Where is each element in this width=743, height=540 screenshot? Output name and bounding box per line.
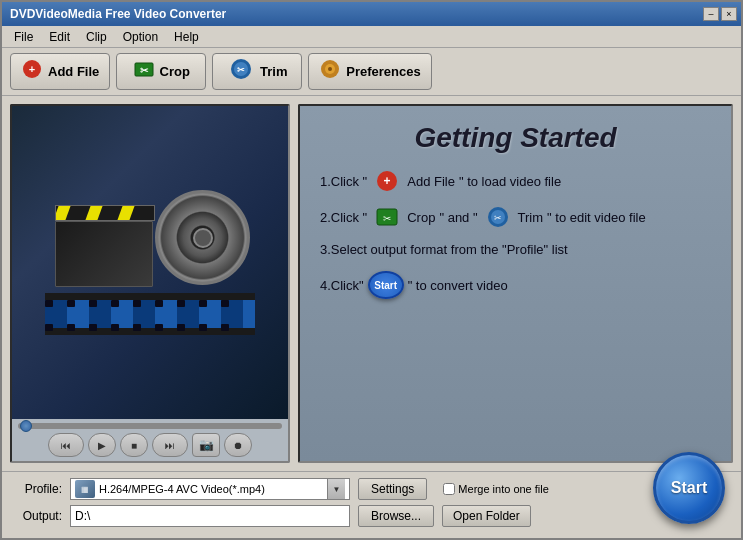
profile-icon: ▦ [75,480,95,498]
menu-help[interactable]: Help [166,28,207,46]
browse-button[interactable]: Browse... [358,505,434,527]
crop-button[interactable]: ✂ Crop [116,53,206,90]
video-panel: ⏮ ▶ ■ ⏭ 📷 ⏺ [10,104,290,463]
control-buttons: ⏮ ▶ ■ ⏭ 📷 ⏺ [18,433,282,457]
step2a-text: 2.Click " [320,210,367,225]
main-area: ⏮ ▶ ■ ⏭ 📷 ⏺ Getting Started 1.Click " + [2,96,741,471]
profile-select-text: H.264/MPEG-4 AVC Video(*.mp4) [99,483,327,495]
svg-text:✂: ✂ [383,213,391,224]
svg-text:+: + [384,174,391,188]
video-preview [12,106,288,419]
trim-label: Trim [260,64,287,79]
svg-text:✂: ✂ [140,65,149,76]
add-file-label: Add File [48,64,99,79]
step1-label: Add File [407,174,455,189]
output-label: Output: [14,509,62,523]
preferences-button[interactable]: Preferences [308,53,431,90]
settings-button[interactable]: Settings [358,478,427,500]
main-window: DVDVideoMedia Free Video Converter – × F… [0,0,743,540]
getting-started-panel: Getting Started 1.Click " + Add File " t… [298,104,733,463]
rewind-button[interactable]: ⏮ [48,433,84,457]
stop-button[interactable]: ■ [120,433,148,457]
playback-controls: ⏮ ▶ ■ ⏭ 📷 ⏺ [12,419,288,461]
record-button[interactable]: ⏺ [224,433,252,457]
progress-thumb[interactable] [20,420,32,432]
preferences-label: Preferences [346,64,420,79]
start-button-text: Start [671,479,707,497]
profile-dropdown-arrow[interactable]: ▼ [327,479,345,499]
step2-trim-icon: ✂ [484,206,512,228]
step4-suffix: " to convert video [408,278,508,293]
window-title: DVDVideoMedia Free Video Converter [10,7,226,21]
crop-icon: ✂ [133,59,155,84]
menubar: File Edit Clip Option Help [2,26,741,48]
getting-started-title: Getting Started [320,122,711,154]
step-3: 3.Select output format from the "Profile… [320,242,711,257]
output-row: Output: Browse... Open Folder [14,505,729,527]
step2-crop-icon: ✂ [373,206,401,228]
step3-text: 3.Select output format from the "Profile… [320,242,568,257]
profile-icon-symbol: ▦ [81,485,89,494]
step4-start-label: Start [374,280,397,291]
titlebar-controls: – × [703,7,737,21]
profile-label: Profile: [14,482,62,496]
minimize-button[interactable]: – [703,7,719,21]
step-1: 1.Click " + Add File " to load video fil… [320,170,711,192]
trim-icon: ✂ [227,58,255,85]
close-button[interactable]: × [721,7,737,21]
add-file-button[interactable]: + Add File [10,53,110,90]
menu-file[interactable]: File [6,28,41,46]
step-4: 4.Click" Start " to convert video [320,271,711,299]
trim-button[interactable]: ✂ Trim [212,53,302,90]
progress-bar[interactable] [18,423,282,429]
step2b-label: Trim [518,210,544,225]
play-button[interactable]: ▶ [88,433,116,457]
merge-checkbox-area: Merge into one file [443,483,549,495]
step4-prefix: 4.Click" [320,278,364,293]
profile-select[interactable]: ▦ H.264/MPEG-4 AVC Video(*.mp4) ▼ [70,478,350,500]
camera-button[interactable]: 📷 [192,433,220,457]
step1-text: 1.Click " [320,174,367,189]
step4-start-icon: Start [368,271,404,299]
start-button[interactable]: Start [653,452,725,524]
forward-button[interactable]: ⏭ [152,433,188,457]
bottom-bar: Profile: ▦ H.264/MPEG-4 AVC Video(*.mp4)… [2,471,741,538]
add-file-icon: + [21,59,43,84]
open-folder-button[interactable]: Open Folder [442,505,531,527]
bottom-section: Profile: ▦ H.264/MPEG-4 AVC Video(*.mp4)… [2,471,741,538]
step-2: 2.Click " ✂ Crop " and " ✂ Trim [320,206,711,228]
merge-checkbox[interactable] [443,483,455,495]
titlebar: DVDVideoMedia Free Video Converter – × [2,2,741,26]
step2b-text: " and " [439,210,477,225]
step1-suffix: " to load video file [459,174,561,189]
menu-option[interactable]: Option [115,28,166,46]
preferences-icon [319,59,341,84]
output-input[interactable] [70,505,350,527]
svg-text:✂: ✂ [237,65,245,75]
toolbar: + Add File ✂ Crop ✂ Trim [2,48,741,96]
menu-clip[interactable]: Clip [78,28,115,46]
svg-text:✂: ✂ [494,213,502,223]
profile-row: Profile: ▦ H.264/MPEG-4 AVC Video(*.mp4)… [14,478,729,500]
svg-text:+: + [29,63,35,75]
crop-label: Crop [160,64,190,79]
step2a-label: Crop [407,210,435,225]
merge-label: Merge into one file [458,483,549,495]
step1-icon: + [373,170,401,192]
step2-suffix: " to edit video file [547,210,646,225]
svg-point-9 [328,67,332,71]
menu-edit[interactable]: Edit [41,28,78,46]
